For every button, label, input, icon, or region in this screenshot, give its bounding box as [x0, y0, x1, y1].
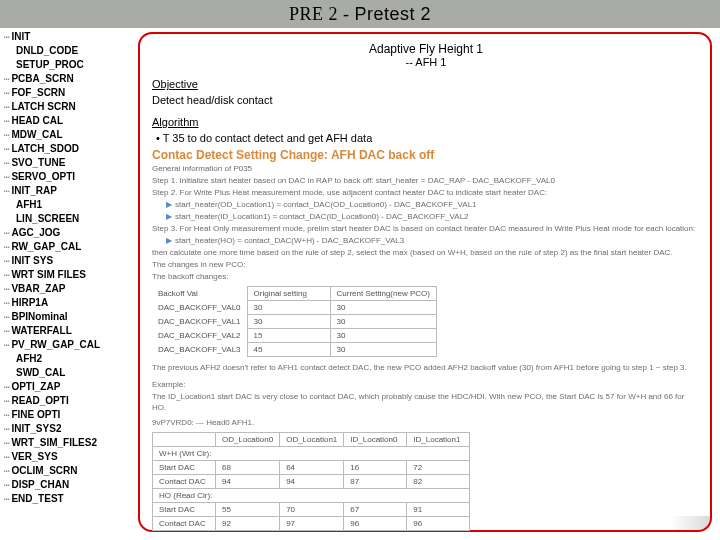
table-cell: 96: [407, 517, 470, 531]
table-cell: 30: [330, 329, 436, 343]
example-table: OD_Location0OD_Location1ID_Location0ID_L…: [152, 432, 470, 531]
tree-label: HIRP1A: [11, 296, 48, 310]
triangle-icon: ▶: [166, 200, 172, 209]
objective-heading: Objective: [152, 78, 700, 90]
tree-node[interactable]: LIN_SCREEN: [4, 212, 134, 226]
collapse-icon: ⋯: [4, 324, 8, 338]
tree-node[interactable]: ⋯BPINominal: [4, 310, 134, 324]
tree-node[interactable]: ⋯HIRP1A: [4, 296, 134, 310]
tree-node[interactable]: ⋯WATERFALL: [4, 324, 134, 338]
tree-node[interactable]: ⋯INIT_RAP: [4, 184, 134, 198]
collapse-icon: ⋯: [4, 282, 8, 296]
tree-label: BPINominal: [11, 310, 67, 324]
table-row: Contact DAC94948782: [153, 475, 470, 489]
tree-node[interactable]: ⋯OCLIM_SCRN: [4, 464, 134, 478]
tree-node[interactable]: ⋯FOF_SCRN: [4, 86, 134, 100]
tree-node[interactable]: ⋯INIT_SYS2: [4, 422, 134, 436]
table-cell: 45: [247, 343, 330, 357]
tree-label: VER_SYS: [11, 450, 57, 464]
tree-node[interactable]: DNLD_CODE: [4, 44, 134, 58]
collapse-icon: ⋯: [4, 436, 8, 450]
tree-node[interactable]: SETUP_PROC: [4, 58, 134, 72]
tree-node[interactable]: ⋯HEAD CAL: [4, 114, 134, 128]
embedded-doc: Contac Detect Setting Change: AFH DAC ba…: [152, 150, 700, 531]
tree-node[interactable]: ⋯RW_GAP_CAL: [4, 240, 134, 254]
tree-node[interactable]: ⋯OPTI_ZAP: [4, 380, 134, 394]
tree-node[interactable]: ⋯VER_SYS: [4, 450, 134, 464]
tree-label: DISP_CHAN: [11, 478, 69, 492]
tree-node[interactable]: SWD_CAL: [4, 366, 134, 380]
tree-node[interactable]: ⋯LATCH SCRN: [4, 100, 134, 114]
table-header: Original setting: [247, 287, 330, 301]
tree-node[interactable]: ⋯AGC_JOG: [4, 226, 134, 240]
collapse-icon: ⋯: [4, 226, 8, 240]
doc-step: Step 2. For Write Plus Heat measurement …: [152, 187, 700, 198]
table-cell: Start DAC: [153, 461, 216, 475]
table-cell: 55: [216, 503, 280, 517]
table-header: [153, 433, 216, 447]
tree-label: AGC_JOG: [11, 226, 60, 240]
collapse-icon: ⋯: [4, 156, 8, 170]
algorithm-bullet: T 35 to do contact detect and get AFH da…: [156, 132, 700, 144]
table-cell: 30: [247, 301, 330, 315]
table-cell: 91: [407, 503, 470, 517]
tree-node[interactable]: ⋯MDW_CAL: [4, 128, 134, 142]
collapse-icon: ⋯: [4, 338, 8, 352]
doc-step: Step 1. Initialize start heater based on…: [152, 175, 700, 186]
tree-node[interactable]: ⋯VBAR_ZAP: [4, 282, 134, 296]
algorithm-heading: Algorithm: [152, 116, 700, 128]
collapse-icon: ⋯: [4, 268, 8, 282]
tree-node[interactable]: ⋯READ_OPTI: [4, 394, 134, 408]
tree-node[interactable]: ⋯WRT SIM FILES: [4, 268, 134, 282]
backoff-table: Backoff ValOriginal settingCurrent Setti…: [152, 286, 437, 357]
table-section: W+H (Wrt Clr):: [153, 447, 470, 461]
table-cell: 97: [280, 517, 344, 531]
panel-heading: Adaptive Fly Height 1: [152, 42, 700, 56]
tree-node[interactable]: ⋯END_TEST: [4, 492, 134, 506]
table-cell: 30: [247, 315, 330, 329]
tree-node[interactable]: ⋯SVO_TUNE: [4, 156, 134, 170]
tree-label: DNLD_CODE: [16, 44, 78, 58]
tree-node[interactable]: AFH1: [4, 198, 134, 212]
tree-node[interactable]: ⋯INIT: [4, 30, 134, 44]
tree-node[interactable]: AFH2: [4, 352, 134, 366]
table-cell: 68: [216, 461, 280, 475]
tree-node[interactable]: ⋯INIT SYS: [4, 254, 134, 268]
collapse-icon: ⋯: [4, 380, 8, 394]
collapse-icon: ⋯: [4, 296, 8, 310]
table-row: DAC_BACKOFF_VAL21530: [152, 329, 436, 343]
example-line: The ID_Location1 start DAC is very close…: [152, 391, 700, 413]
table-cell: 64: [280, 461, 344, 475]
table-cell: Contact DAC: [153, 475, 216, 489]
tree-label: HEAD CAL: [11, 114, 63, 128]
collapse-icon: ⋯: [4, 394, 8, 408]
collapse-icon: ⋯: [4, 310, 8, 324]
tree-node[interactable]: ⋯WRT_SIM_FILES2: [4, 436, 134, 450]
collapse-icon: ⋯: [4, 30, 8, 44]
tree-node[interactable]: ⋯FINE OPTI: [4, 408, 134, 422]
tree-node[interactable]: ⋯LATCH_SDOD: [4, 142, 134, 156]
table-cell: 30: [330, 315, 436, 329]
tree-label: AFH1: [16, 198, 42, 212]
table-row: DAC_BACKOFF_VAL03030: [152, 301, 436, 315]
tree-node[interactable]: ⋯DISP_CHAN: [4, 478, 134, 492]
table-header: Backoff Val: [152, 287, 247, 301]
tree-label: END_TEST: [11, 492, 63, 506]
tree-label: READ_OPTI: [11, 394, 68, 408]
tree-label: LATCH SCRN: [11, 100, 75, 114]
triangle-icon: ▶: [166, 236, 172, 245]
doc-step: The backoff changes:: [152, 271, 700, 282]
doc-step: Step 3. For Heat Only measurement mode, …: [152, 223, 700, 234]
objective-body: Detect head/disk contact: [152, 94, 700, 106]
tree-node[interactable]: ⋯PV_RW_GAP_CAL: [4, 338, 134, 352]
content-panel: Adaptive Fly Height 1 -- AFH 1 Objective…: [138, 32, 712, 532]
table-row: Start DAC68641672: [153, 461, 470, 475]
tree-label: INIT_SYS2: [11, 422, 61, 436]
table-cell: DAC_BACKOFF_VAL2: [152, 329, 247, 343]
tree-node[interactable]: ⋯PCBA_SCRN: [4, 72, 134, 86]
doc-step: ▶start_heater(ID_Location1) = contact_DA…: [166, 211, 700, 222]
collapse-icon: ⋯: [4, 408, 8, 422]
tree-node[interactable]: ⋯SERVO_OPTI: [4, 170, 134, 184]
tree-label: INIT: [11, 30, 30, 44]
table-header: ID_Location0: [344, 433, 407, 447]
